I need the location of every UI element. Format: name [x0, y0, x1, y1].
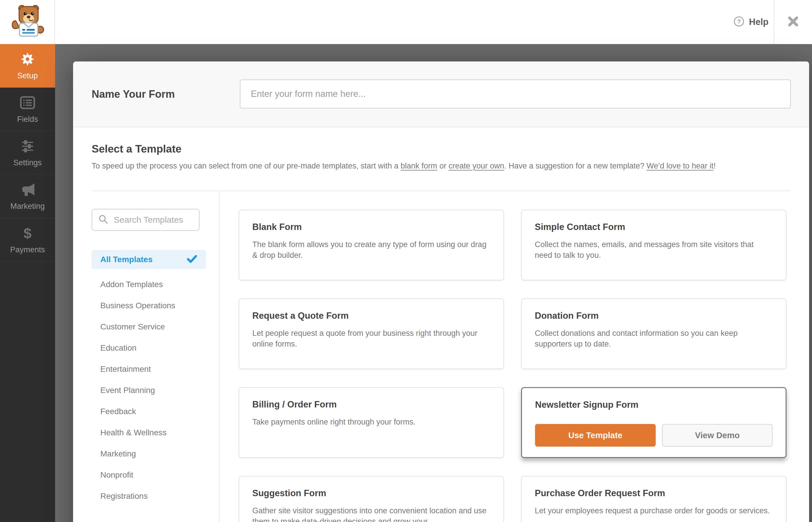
megaphone-icon	[20, 182, 35, 198]
category-item-all-templates-selected[interactable]: All Templates	[92, 250, 206, 269]
template-card-billing-order-form[interactable]: Billing / Order FormTake payments online…	[239, 387, 504, 458]
intro-text: . Have a suggestion for a new template?	[504, 162, 647, 170]
template-description: Collect the names, emails, and messages …	[535, 239, 773, 261]
template-card-actions: Use TemplateView Demo	[535, 424, 773, 447]
category-item-entertainment[interactable]: Entertainment	[92, 358, 206, 380]
form-name-input[interactable]	[240, 79, 791, 108]
sidebar-item-label: Settings	[13, 158, 42, 167]
search-icon	[98, 214, 108, 226]
template-title: Purchase Order Request Form	[535, 488, 773, 499]
category-list: Addon TemplatesBusiness OperationsCustom…	[92, 274, 206, 507]
template-intro-text: To speed up the process you can select f…	[92, 162, 716, 170]
intro-link-blank-form[interactable]: blank form	[401, 162, 437, 170]
close-button[interactable]	[774, 0, 812, 44]
template-card-donation-form[interactable]: Donation FormCollect donations and conta…	[521, 298, 787, 369]
view-demo-button[interactable]: View Demo	[662, 424, 773, 447]
svg-text:?: ?	[737, 18, 741, 25]
setup-panel: Name Your Form Select a Template To spee…	[73, 61, 809, 522]
template-title: Billing / Order Form	[252, 399, 490, 410]
sidebar-item-setup[interactable]: Setup	[0, 44, 55, 87]
close-x-icon	[787, 15, 800, 29]
sidebar-item-label: Fields	[17, 115, 38, 124]
sliders-icon	[20, 138, 35, 154]
horizontal-divider	[92, 190, 791, 191]
category-item-marketing[interactable]: Marketing	[92, 443, 206, 464]
select-template-heading: Select a Template	[92, 143, 182, 155]
template-title: Request a Quote Form	[252, 310, 490, 321]
sidebar-item-label: Setup	[17, 71, 38, 80]
intro-text: To speed up the process you can select f…	[92, 162, 401, 170]
template-card-request-a-quote-form[interactable]: Request a Quote FormLet people request a…	[239, 298, 504, 369]
template-title: Simple Contact Form	[535, 222, 773, 232]
template-description: Let people request a quote from your bus…	[252, 328, 490, 349]
sidebar-item-payments[interactable]: $Payments	[0, 218, 55, 262]
template-description: Gather site visitor suggestions into one…	[252, 505, 490, 522]
template-section: Select a Template To speed up the proces…	[73, 127, 809, 522]
wpforms-bear-logo-icon	[10, 4, 44, 40]
wpforms-logo	[0, 0, 55, 44]
checkmark-icon	[187, 255, 197, 264]
sidebar-item-label: Payments	[10, 245, 45, 254]
intro-link-we-d-love-to-hear-it[interactable]: We’d love to hear it	[647, 162, 714, 170]
template-title: Suggestion Form	[252, 488, 490, 499]
template-description: Let your employees request a purchase or…	[535, 505, 773, 516]
template-title: Newsletter Signup Form	[535, 400, 773, 410]
category-item-education[interactable]: Education	[92, 337, 206, 358]
template-title: Donation Form	[535, 310, 773, 321]
category-item-health-wellness[interactable]: Health & Wellness	[92, 422, 206, 443]
help-button[interactable]: ? Help	[733, 0, 769, 44]
sidebar-item-marketing[interactable]: Marketing	[0, 175, 55, 218]
selected-category-label: All Templates	[100, 255, 153, 264]
template-title: Blank Form	[252, 222, 490, 232]
template-description: The blank form allows you to create any …	[252, 239, 490, 261]
use-template-button[interactable]: Use Template	[535, 424, 656, 447]
template-cards-grid: Blank FormThe blank form allows you to c…	[239, 210, 787, 522]
category-item-customer-service[interactable]: Customer Service	[92, 316, 206, 337]
category-item-feedback[interactable]: Feedback	[92, 401, 206, 422]
sidebar-item-settings[interactable]: Settings	[0, 131, 55, 175]
sidebar-item-label: Marketing	[11, 202, 45, 211]
intro-link-create-your-own[interactable]: create your own	[449, 162, 504, 170]
form-name-section: Name Your Form	[73, 61, 809, 127]
category-item-addon-templates[interactable]: Addon Templates	[92, 274, 206, 295]
template-description: Take payments online right through your …	[252, 417, 490, 427]
template-description: Collect donations and contact informatio…	[535, 328, 773, 349]
top-bar: ? Help	[0, 0, 812, 44]
help-question-icon: ?	[733, 16, 745, 28]
search-templates-input[interactable]	[113, 215, 193, 225]
category-item-business-operations[interactable]: Business Operations	[92, 295, 206, 316]
help-label: Help	[749, 17, 769, 27]
intro-text: !	[713, 162, 716, 170]
category-item-nonprofit[interactable]: Nonprofit	[92, 464, 206, 485]
wpforms-builder-window: ? Help SetupFieldsSettingsMarketing$Paym…	[0, 0, 812, 522]
category-item-registrations[interactable]: Registrations	[92, 485, 206, 507]
template-card-blank-form[interactable]: Blank FormThe blank form allows you to c…	[239, 210, 504, 280]
template-card-simple-contact-form[interactable]: Simple Contact FormCollect the names, em…	[521, 210, 787, 280]
vertical-divider	[219, 191, 220, 522]
template-card-purchase-order-request-form[interactable]: Purchase Order Request FormLet your empl…	[521, 476, 787, 522]
search-templates-box	[92, 209, 200, 231]
dollar-icon: $	[23, 225, 32, 241]
sidebar-item-fields[interactable]: Fields	[0, 87, 55, 131]
template-card-newsletter-signup-form[interactable]: Newsletter Signup FormUse TemplateView D…	[521, 387, 787, 458]
template-card-suggestion-form[interactable]: Suggestion FormGather site visitor sugge…	[239, 476, 504, 522]
gear-icon	[20, 51, 35, 67]
intro-text: or	[437, 162, 449, 170]
builder-sidebar: SetupFieldsSettingsMarketing$Payments	[0, 44, 55, 522]
form-name-heading: Name Your Form	[92, 61, 175, 127]
fields-icon	[19, 95, 36, 111]
category-item-event-planning[interactable]: Event Planning	[92, 380, 206, 401]
